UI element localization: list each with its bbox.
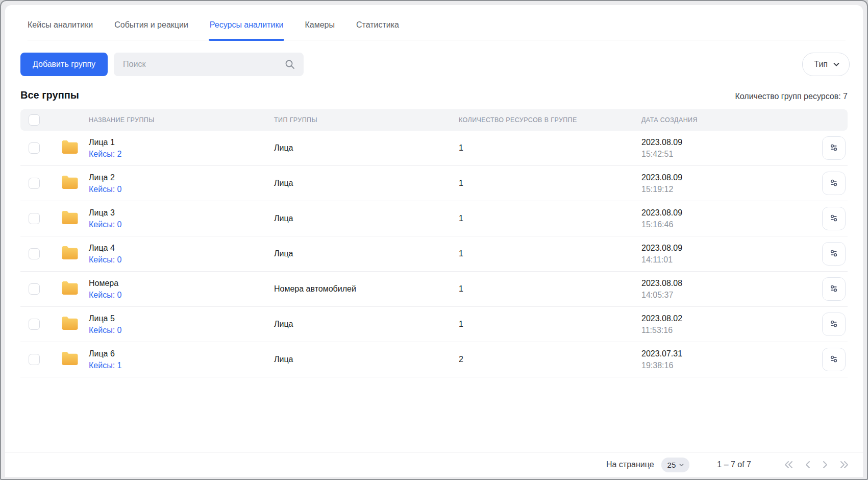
settings-icon bbox=[829, 283, 839, 295]
chevron-down-icon bbox=[679, 462, 684, 468]
groups-table: НАЗВАНИЕ ГРУППЫ ТИП ГРУППЫ КОЛИЧЕСТВО РЕ… bbox=[20, 109, 848, 377]
column-header-created: ДАТА СОЗДАНИЯ bbox=[641, 116, 789, 124]
next-page-button[interactable] bbox=[822, 460, 829, 470]
row-checkbox[interactable] bbox=[29, 178, 40, 189]
per-page-select[interactable]: 25 bbox=[661, 458, 690, 472]
resource-group-count: Количество групп ресурсов: 7 bbox=[735, 92, 848, 101]
tab-analytics-resources[interactable]: Ресурсы аналитики bbox=[210, 20, 284, 40]
search-input[interactable] bbox=[122, 59, 284, 69]
type-filter-label: Тип bbox=[814, 60, 828, 69]
creation-time: 14:05:37 bbox=[641, 289, 789, 301]
group-name: Номера bbox=[89, 277, 121, 289]
settings-icon bbox=[829, 142, 839, 154]
group-name: Лица 2 bbox=[89, 172, 121, 183]
group-cases-link[interactable]: Кейсы: 0 bbox=[89, 183, 121, 195]
group-cases-link[interactable]: Кейсы: 0 bbox=[89, 324, 121, 336]
search-box[interactable] bbox=[114, 53, 304, 76]
group-cases-link[interactable]: Кейсы: 2 bbox=[89, 148, 121, 160]
group-name: Лица 5 bbox=[89, 313, 121, 324]
folder-icon bbox=[61, 245, 79, 262]
row-settings-button[interactable] bbox=[822, 348, 846, 371]
resource-count: 1 bbox=[459, 320, 641, 329]
folder-icon bbox=[61, 210, 79, 227]
table-row: Лица 2 Кейсы: 0 Лица 1 2023.08.09 15:19:… bbox=[20, 166, 848, 201]
tab-statistics[interactable]: Статистика bbox=[356, 20, 399, 40]
window-frame: Кейсы аналитики События и реакции Ресурс… bbox=[0, 0, 868, 480]
prev-page-button[interactable] bbox=[804, 460, 811, 470]
row-checkbox[interactable] bbox=[29, 142, 40, 154]
last-page-icon bbox=[839, 460, 850, 470]
column-header-count: КОЛИЧЕСТВО РЕСУРСОВ В ГРУППЕ bbox=[459, 116, 641, 124]
row-checkbox[interactable] bbox=[29, 213, 40, 224]
add-group-button[interactable]: Добавить группу bbox=[20, 53, 108, 76]
folder-icon bbox=[61, 351, 79, 368]
table-row: Лица 5 Кейсы: 0 Лица 1 2023.08.02 11:53:… bbox=[20, 307, 848, 342]
creation-date: 2023.07.31 bbox=[641, 348, 789, 359]
settings-icon bbox=[829, 178, 839, 189]
tab-bar: Кейсы аналитики События и реакции Ресурс… bbox=[5, 5, 863, 40]
table-header: НАЗВАНИЕ ГРУППЫ ТИП ГРУППЫ КОЛИЧЕСТВО РЕ… bbox=[20, 109, 848, 131]
tab-cameras[interactable]: Камеры bbox=[305, 20, 335, 40]
settings-icon bbox=[829, 319, 839, 330]
column-header-name: НАЗВАНИЕ ГРУППЫ bbox=[52, 116, 274, 124]
group-type: Лица bbox=[274, 143, 459, 153]
group-name: Лица 1 bbox=[89, 136, 121, 148]
first-page-button[interactable] bbox=[783, 460, 794, 470]
table-row: Лица 3 Кейсы: 0 Лица 1 2023.08.09 15:16:… bbox=[20, 201, 848, 236]
folder-icon bbox=[61, 316, 79, 333]
row-checkbox[interactable] bbox=[29, 248, 40, 259]
creation-time: 19:38:16 bbox=[641, 359, 789, 371]
creation-time: 14:11:01 bbox=[641, 254, 789, 266]
group-type: Лица bbox=[274, 214, 459, 223]
folder-icon bbox=[61, 175, 79, 192]
prev-page-icon bbox=[804, 460, 811, 470]
creation-date: 2023.08.09 bbox=[641, 242, 789, 254]
group-type: Лица bbox=[274, 179, 459, 188]
row-settings-button[interactable] bbox=[822, 172, 846, 195]
row-checkbox[interactable] bbox=[29, 319, 40, 330]
creation-date: 2023.08.08 bbox=[641, 277, 789, 289]
resource-count: 1 bbox=[459, 179, 641, 188]
creation-time: 11:53:16 bbox=[641, 324, 789, 336]
chevron-down-icon bbox=[833, 61, 840, 68]
group-cases-link[interactable]: Кейсы: 0 bbox=[89, 219, 121, 230]
next-page-icon bbox=[822, 460, 829, 470]
resource-count: 1 bbox=[459, 214, 641, 223]
group-cases-link[interactable]: Кейсы: 0 bbox=[89, 289, 121, 301]
folder-icon bbox=[61, 280, 79, 298]
folder-icon bbox=[61, 139, 79, 157]
toolbar: Добавить группу Тип bbox=[20, 53, 850, 76]
pagination-bar: На странице 25 1 – 7 of 7 bbox=[5, 452, 863, 477]
row-settings-button[interactable] bbox=[822, 207, 846, 230]
tab-analytics-cases[interactable]: Кейсы аналитики bbox=[28, 20, 93, 40]
row-settings-button[interactable] bbox=[822, 136, 846, 160]
creation-date: 2023.08.09 bbox=[641, 172, 789, 183]
row-checkbox[interactable] bbox=[29, 283, 40, 295]
row-settings-button[interactable] bbox=[822, 242, 846, 266]
last-page-button[interactable] bbox=[839, 460, 850, 470]
group-name: Лица 3 bbox=[89, 207, 121, 219]
group-type: Лица bbox=[274, 320, 459, 329]
select-all-checkbox[interactable] bbox=[29, 114, 40, 126]
group-cases-link[interactable]: Кейсы: 1 bbox=[89, 359, 121, 371]
settings-icon bbox=[829, 248, 839, 260]
table-row: Лица 6 Кейсы: 1 Лица 2 2023.07.31 19:38:… bbox=[20, 342, 848, 377]
tab-events-reactions[interactable]: События и реакции bbox=[114, 20, 188, 40]
row-checkbox[interactable] bbox=[29, 354, 40, 365]
group-cases-link[interactable]: Кейсы: 0 bbox=[89, 254, 121, 266]
table-row: Лица 4 Кейсы: 0 Лица 1 2023.08.09 14:11:… bbox=[20, 236, 848, 272]
per-page-label: На странице bbox=[606, 460, 654, 469]
row-settings-button[interactable] bbox=[822, 277, 846, 301]
creation-time: 15:16:46 bbox=[641, 219, 789, 230]
page-range: 1 – 7 of 7 bbox=[717, 460, 751, 469]
creation-date: 2023.08.09 bbox=[641, 136, 789, 148]
group-type: Номера автомобилей bbox=[274, 284, 459, 294]
first-page-icon bbox=[783, 460, 794, 470]
resource-count: 2 bbox=[459, 355, 641, 364]
row-settings-button[interactable] bbox=[822, 313, 846, 336]
settings-icon bbox=[829, 213, 839, 225]
per-page-value: 25 bbox=[667, 461, 676, 469]
creation-time: 15:42:51 bbox=[641, 148, 789, 160]
creation-date: 2023.08.02 bbox=[641, 313, 789, 324]
type-filter-dropdown[interactable]: Тип bbox=[802, 53, 850, 76]
